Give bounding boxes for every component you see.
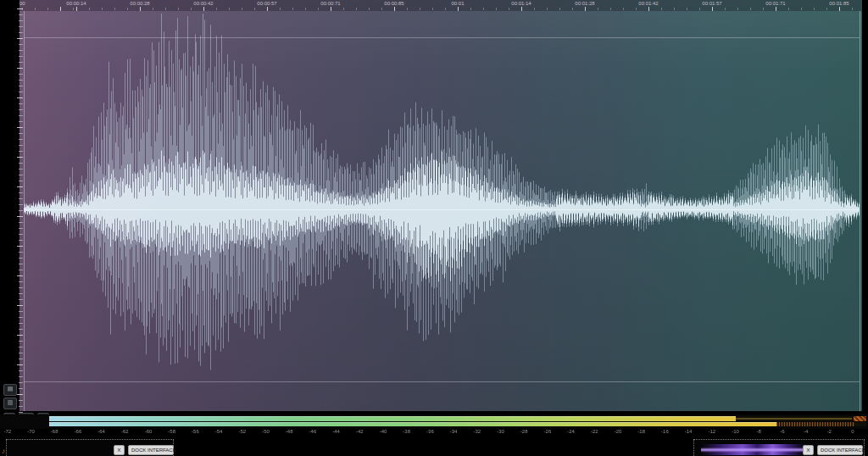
db-scale-label: -48 [286, 429, 293, 434]
db-scale-label: -68 [51, 429, 58, 434]
db-scale-label: -46 [309, 429, 317, 434]
meter-peak-hatch-right [776, 422, 854, 426]
db-scale-label: 0 [851, 429, 854, 434]
db-scale-label: -8 [757, 429, 761, 434]
db-scale-label: -6 [780, 429, 784, 434]
db-scale-label: -38 [403, 429, 410, 434]
db-scale-label: -32 [473, 429, 481, 434]
dock-interface-button[interactable]: DOCK INTERFACE [817, 445, 863, 455]
meter-bar-right [49, 422, 776, 426]
db-scale-label: -56 [192, 429, 199, 434]
timeline-tick-label: 00:00:57 [257, 1, 276, 7]
db-scale-label: -24 [567, 429, 575, 434]
db-scale-label: -26 [544, 429, 552, 434]
panel-window-b-button[interactable]: ▥ [3, 398, 17, 409]
timeline-tick-label: 00:01:57 [702, 1, 721, 7]
db-scale-label: -22 [591, 429, 598, 434]
db-scale-label: -18 [637, 429, 645, 434]
timeline-tick-label: 00:00:71 [320, 1, 340, 7]
db-scale-label: -54 [215, 429, 223, 434]
spectral-preview [701, 444, 810, 455]
db-scale-label: -50 [262, 429, 270, 434]
meter-bar-left [49, 416, 736, 421]
corner-note-icon: ♪ [2, 447, 6, 455]
db-scale-label: -52 [238, 429, 246, 434]
db-scale-label: -70 [27, 429, 35, 434]
db-scale-label: -64 [97, 429, 105, 434]
waveform-panel: 00 00:00:1400:00:2800:00:4200:00:5700:00… [19, 0, 862, 411]
timeline-tick-label: 00:01:14 [511, 1, 531, 7]
db-scale-label: -40 [380, 429, 387, 434]
db-scale-label: -12 [708, 429, 715, 434]
close-button[interactable]: X [114, 445, 125, 455]
db-scale-label: -2 [827, 429, 832, 434]
db-scale-label: -60 [145, 429, 153, 434]
timeline-tick-label: 00:00:14 [66, 1, 86, 7]
db-scale-label: -72 [3, 429, 11, 434]
meter-track-right [49, 422, 866, 426]
dock-interface-button[interactable]: DOCK INTERFACE [128, 445, 174, 455]
timeline-origin-label: 00 [19, 1, 25, 6]
timeline-tick-label: 00:01:42 [638, 1, 658, 7]
db-scale-label: -14 [685, 429, 693, 434]
db-scale-label: -44 [332, 429, 340, 434]
level-meter [0, 414, 868, 429]
db-scale-label: -66 [75, 429, 82, 434]
dock-panel-left: X DOCK INTERFACE [6, 439, 174, 456]
meter-peak-hold-left [736, 418, 853, 420]
timeline-tick-label: 00:00:85 [384, 1, 403, 7]
timeline-tick-label: 00:01:71 [765, 1, 785, 7]
db-scale: -72-70-68-66-64-62-60-58-56-54-52-50-48-… [0, 429, 868, 437]
db-scale-label: -4 [804, 429, 808, 434]
db-scale-label: -62 [121, 429, 129, 434]
timeline-tick-label: 00:01 [451, 1, 464, 7]
db-scale-label: -28 [520, 429, 528, 434]
timeline-tick-label: 00:01:28 [575, 1, 594, 7]
clip-indicator[interactable] [854, 416, 866, 421]
timeline-tick-label: 00:01:85 [829, 1, 849, 7]
db-scale-label: -30 [497, 429, 504, 434]
db-scale-label: -36 [426, 429, 434, 434]
close-button[interactable]: X [803, 445, 814, 455]
amplitude-ruler-major-ticks [17, 8, 23, 414]
db-scale-label: -42 [356, 429, 364, 434]
dock-panel-right: X DOCK INTERFACE [693, 439, 865, 456]
panel-window-a-button[interactable]: ▤ [3, 384, 17, 396]
db-scale-label: -10 [732, 429, 739, 434]
db-scale-label: -20 [615, 429, 622, 434]
db-scale-label: -58 [168, 429, 175, 434]
timeline-tick-label: 00:00:28 [130, 1, 149, 7]
db-scale-label: -16 [661, 429, 669, 434]
timeline-tick-label: 00:00:42 [193, 1, 213, 7]
clip-end-boundary[interactable] [860, 11, 860, 411]
clip-start-boundary[interactable] [24, 11, 25, 411]
db-scale-label: -34 [450, 429, 458, 434]
waveform-canvas[interactable] [24, 10, 860, 411]
audio-editor-window: 00 00:00:1400:00:2800:00:4200:00:5700:00… [0, 0, 868, 456]
